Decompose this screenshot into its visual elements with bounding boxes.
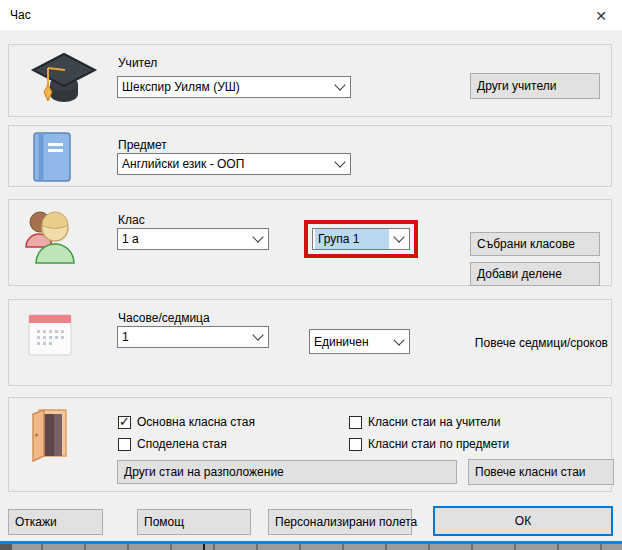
subject-classrooms-label[interactable]: Класни стаи по предмети — [368, 437, 509, 451]
background-window-corner — [0, 544, 12, 550]
teacher-classrooms-checkbox[interactable] — [349, 416, 362, 429]
main-classroom-checkbox[interactable] — [118, 416, 131, 429]
subject-combobox-value: Английски език - ООП — [118, 154, 330, 174]
door-icon — [29, 407, 69, 463]
chevron-down-icon — [389, 330, 409, 353]
other-teachers-button[interactable]: Други учители — [470, 73, 600, 99]
shared-room-checkbox[interactable] — [118, 438, 131, 451]
class-combobox[interactable]: 1 а — [117, 228, 269, 250]
teacher-section: Учител Шекспир Уилям (УШ) Други учители — [8, 44, 612, 117]
teacher-label: Учител — [118, 56, 157, 70]
period-type-combobox-value: Единичен — [310, 330, 389, 353]
cancel-button[interactable]: Откажи — [8, 509, 103, 535]
rooms-section: Основна класна стая Споделена стая Класн… — [8, 397, 612, 492]
other-available-rooms-button[interactable]: Други стаи на разположение — [117, 460, 457, 484]
hours-per-week-label: Часове/седмица — [118, 311, 210, 325]
more-weeks-terms-link[interactable]: Повече седмици/сроков — [456, 336, 608, 350]
close-icon[interactable]: ✕ — [591, 6, 611, 26]
custom-fields-button[interactable]: Персонализирани полета — [268, 509, 412, 535]
book-icon — [31, 131, 73, 183]
subject-section: Предмет Английски език - ООП — [8, 125, 612, 187]
subject-combobox[interactable]: Английски език - ООП — [117, 153, 351, 175]
title-bar: Час ✕ — [0, 0, 622, 30]
subject-classrooms-checkbox[interactable] — [349, 438, 362, 451]
main-classroom-label[interactable]: Основна класна стая — [137, 415, 255, 429]
students-icon — [23, 209, 79, 267]
period-type-combobox[interactable]: Единичен — [309, 329, 410, 354]
shared-room-label[interactable]: Споделена стая — [137, 437, 227, 451]
group-combobox[interactable]: Група 1 — [312, 228, 410, 250]
help-button[interactable]: Помощ — [137, 509, 251, 535]
teacher-combobox-value: Шекспир Уилям (УШ) — [118, 77, 330, 97]
class-combobox-value: 1 а — [118, 229, 248, 249]
chevron-down-icon — [330, 77, 350, 97]
teacher-combobox[interactable]: Шекспир Уилям (УШ) — [117, 76, 351, 98]
hours-combobox[interactable]: 1 — [117, 326, 269, 348]
hours-combobox-value: 1 — [118, 327, 248, 347]
graduation-cap-icon — [27, 51, 101, 109]
calendar-icon — [27, 312, 73, 358]
chevron-down-icon — [389, 229, 409, 249]
window-title: Час — [10, 8, 31, 22]
ok-button[interactable]: ОК — [433, 506, 613, 536]
class-label: Клас — [118, 213, 145, 227]
add-division-button[interactable]: Добави делене — [470, 262, 600, 286]
lesson-dialog: Час ✕ Учител Шекспир Уилям (УШ) Други уч… — [0, 0, 622, 550]
chevron-down-icon — [248, 229, 268, 249]
teacher-classrooms-label[interactable]: Класни стаи на учители — [368, 415, 500, 429]
chevron-down-icon — [248, 327, 268, 347]
background-window-divider — [203, 544, 205, 550]
hours-section: Часове/седмица 1 Единичен Повече седмици… — [8, 299, 612, 386]
more-classrooms-button[interactable]: Повече класни стаи — [468, 459, 614, 485]
group-combobox-value: Група 1 — [315, 229, 389, 249]
joined-classes-button[interactable]: Събрани класове — [470, 232, 600, 256]
chevron-down-icon — [330, 154, 350, 174]
subject-label: Предмет — [118, 138, 167, 152]
background-window-edge — [0, 544, 622, 550]
